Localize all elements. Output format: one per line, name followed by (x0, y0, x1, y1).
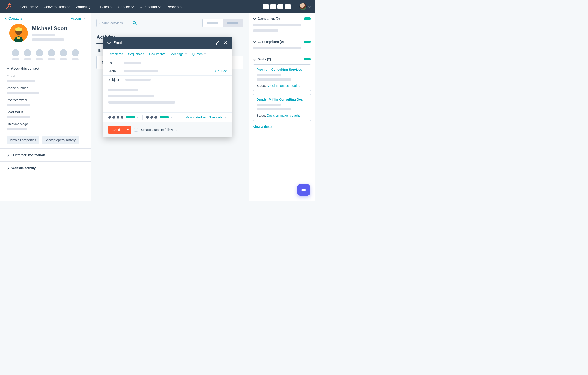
from-field[interactable] (124, 70, 158, 72)
modal-title: Email (113, 41, 123, 45)
quick-action-5[interactable] (60, 49, 67, 60)
nav-service[interactable]: Service (115, 3, 136, 10)
chevron-down-icon (158, 5, 161, 8)
field-owner-value[interactable] (7, 104, 30, 106)
hubspot-logo[interactable] (5, 3, 12, 10)
chevron-right-icon (6, 167, 9, 170)
nav-account-menu[interactable] (299, 3, 310, 10)
deal-card-2[interactable]: Dunder Mifflin Consulting Deal Stage: De… (253, 94, 311, 121)
meetings-tab[interactable]: Meetings (170, 52, 187, 56)
nav-sales[interactable]: Sales (97, 3, 115, 10)
quick-action-1[interactable] (12, 49, 19, 60)
field-phone-label: Phone number (7, 86, 84, 90)
deal-card-1[interactable]: Premium Consulting Services Stage: Appoi… (253, 64, 311, 91)
documents-tab[interactable]: Documents (149, 52, 166, 56)
left-panel: Contacts Actions (0, 13, 91, 201)
toolbar-dropdown-2[interactable] (159, 116, 169, 118)
nav-utility-button-1[interactable] (263, 4, 269, 9)
placeholder (253, 29, 278, 32)
associated-records-dropdown[interactable]: Associated with 3 records (186, 116, 227, 119)
subject-field[interactable] (125, 78, 151, 81)
minimize-icon[interactable] (107, 40, 111, 44)
quick-action-6[interactable] (72, 49, 79, 60)
chevron-right-icon (6, 154, 9, 157)
website-activity-toggle[interactable]: Website activity (0, 161, 91, 174)
toolbar-format-1[interactable] (108, 116, 111, 119)
close-icon[interactable]: ✕ (223, 40, 228, 46)
deals-panel-toggle[interactable]: Deals (2) (253, 57, 311, 61)
chevron-down-icon (131, 5, 134, 8)
svg-point-9 (15, 27, 22, 32)
panel-action-badge[interactable] (304, 58, 311, 60)
sequences-tab[interactable]: Sequences (128, 52, 144, 56)
nav-contacts[interactable]: Contacts (17, 3, 40, 10)
quotes-tab[interactable]: Quotes (192, 52, 206, 56)
toolbar-format-3[interactable] (116, 116, 119, 119)
nav-conversations[interactable]: Conversations (40, 3, 72, 10)
actions-dropdown[interactable]: Actions (71, 17, 86, 20)
field-email-value[interactable] (7, 80, 35, 82)
nav-utility-button-4[interactable] (285, 4, 291, 9)
customer-information-toggle[interactable]: Customer information (0, 148, 91, 161)
companies-panel-toggle[interactable]: Companies (0) (253, 17, 311, 21)
to-field[interactable] (124, 62, 141, 64)
chevron-down-icon (253, 57, 256, 60)
placeholder (32, 33, 55, 36)
view-all-deals-link[interactable]: View 2 deals (253, 125, 311, 129)
caret-down-icon (136, 117, 139, 118)
contact-avatar[interactable] (10, 24, 28, 42)
to-label: To (108, 61, 121, 65)
toolbar-format-4[interactable] (121, 116, 124, 119)
subscriptions-panel-toggle[interactable]: Subscriptions (0) (253, 40, 311, 44)
right-panel: Companies (0) Subscriptions (0) Deals (2… (249, 13, 315, 201)
caret-down-icon (83, 18, 86, 19)
compose-email-modal: Email ✕ Templates Sequences (103, 37, 232, 137)
deal-stage-key: Stage: (257, 114, 267, 117)
send-options-dropdown[interactable] (124, 126, 131, 134)
toggle-left[interactable] (203, 19, 223, 27)
quick-action-2[interactable] (24, 49, 31, 60)
user-avatar (299, 3, 307, 10)
search-icon[interactable] (133, 21, 137, 26)
nav-reports[interactable]: Reports (163, 3, 185, 10)
svg-point-3 (9, 3, 10, 4)
bcc-link[interactable]: Bcc (221, 69, 227, 73)
quick-action-3[interactable] (36, 49, 43, 60)
quick-action-4[interactable] (48, 49, 55, 60)
toggle-right[interactable] (223, 19, 243, 27)
svg-line-11 (136, 24, 136, 25)
toolbar-format-2[interactable] (113, 116, 115, 119)
view-property-history-button[interactable]: View property history (42, 136, 79, 144)
toolbar-insert-3[interactable] (155, 116, 157, 119)
deal-title: Premium Consulting Services (257, 68, 307, 71)
expand-icon[interactable] (215, 41, 220, 45)
toolbar-insert-1[interactable] (146, 116, 149, 119)
back-to-contacts[interactable]: Contacts (5, 16, 22, 20)
nav-automation[interactable]: Automation (136, 3, 163, 10)
nav-utility-button-2[interactable] (270, 4, 276, 9)
top-navbar: Contacts Conversations Marketing Sales S… (0, 0, 315, 13)
deal-stage-key: Stage: (257, 84, 267, 87)
templates-tab[interactable]: Templates (108, 52, 123, 56)
view-all-properties-button[interactable]: View all properties (7, 136, 39, 144)
panel-action-badge[interactable] (304, 41, 311, 43)
email-body-editor[interactable] (103, 84, 232, 112)
field-phone-value[interactable] (7, 92, 39, 94)
panel-action-badge[interactable] (304, 17, 311, 20)
about-this-contact-toggle[interactable]: About this contact (7, 67, 84, 70)
field-lead-value[interactable] (7, 116, 30, 118)
quick-action-row (0, 46, 91, 62)
svg-point-10 (133, 21, 136, 24)
nav-utility-button-3[interactable] (277, 4, 284, 9)
chat-launcher[interactable] (297, 184, 310, 196)
send-button[interactable]: Send (108, 126, 124, 134)
email-editor-toolbar: Associated with 3 records (103, 112, 232, 122)
caret-down-icon (224, 117, 227, 118)
chevron-down-icon (92, 5, 94, 8)
nav-marketing[interactable]: Marketing (72, 3, 97, 10)
toolbar-dropdown-1[interactable] (126, 116, 135, 118)
toolbar-insert-2[interactable] (150, 116, 153, 119)
cc-link[interactable]: Cc (215, 69, 219, 73)
create-task-checkbox[interactable] (134, 128, 138, 132)
field-lifecycle-value[interactable] (7, 128, 27, 130)
